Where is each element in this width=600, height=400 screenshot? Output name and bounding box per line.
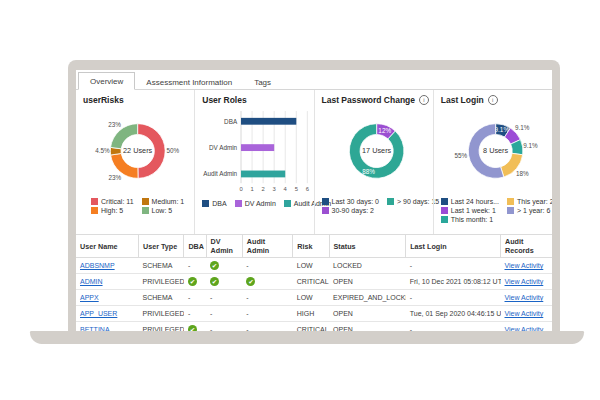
- x-axis-tick-label: 3: [273, 186, 276, 192]
- legend-label: Medium: 1: [152, 198, 185, 205]
- panel-user-risks: userRisks 50%23%4.5%23%22 Users Critical…: [76, 90, 194, 234]
- legend-item: 30-90 days: 2: [322, 207, 379, 214]
- legend-color-chip: [91, 198, 98, 205]
- legend-label: High: 5: [101, 207, 123, 214]
- check-icon: ✔: [188, 277, 197, 286]
- panel-last-password-change: Last Password Change 12%88%17 Users Last…: [314, 90, 433, 234]
- dba-cell: ✔: [184, 274, 206, 290]
- x-axis-tick-label: 1: [251, 186, 254, 192]
- bar-dv-admin: [241, 144, 274, 151]
- x-axis-tick-label: 6: [306, 186, 309, 192]
- risk-cell: LOW: [293, 290, 329, 306]
- audit-records-cell: View Activity: [501, 322, 553, 332]
- user-name-link[interactable]: ADMIN: [80, 278, 103, 285]
- x-axis-tick-label: 5: [295, 186, 298, 192]
- x-axis-tick-label: 4: [284, 186, 288, 192]
- user-type-cell: PRIVILEGED: [139, 274, 184, 290]
- risk-cell: HIGH: [293, 306, 329, 322]
- status-cell: LOCKED: [329, 258, 406, 274]
- last-login-legend: Last 24 hours...This year: 2Last 1 week:…: [441, 198, 550, 223]
- last-login-cell: -: [406, 258, 501, 274]
- last-password-change-donut-chart: 12%88%17 Users: [322, 106, 431, 196]
- legend-label: This month: 1: [451, 216, 493, 223]
- slice-percent-label: 23%: [108, 121, 121, 128]
- panel-user-roles: User Roles 0123456DBADV AdminAudit Admin…: [194, 90, 313, 234]
- table-row: APP_USERPRIVILEGED---HIGHOPENTue, 01 Sep…: [76, 306, 552, 322]
- check-icon: ✔: [210, 277, 219, 286]
- legend-label: Last 30 days: 0: [332, 198, 379, 205]
- slice-percent-label: 18%: [516, 170, 529, 177]
- legend-color-chip: [142, 207, 149, 214]
- table-header-row: User NameUser TypeDBADV AdminAudit Admin…: [76, 235, 552, 258]
- donut-center-label: 17 Users: [362, 146, 392, 155]
- y-axis-category-label: Audit Admin: [204, 170, 238, 177]
- view-activity-link[interactable]: View Activity: [505, 294, 544, 301]
- panel-title-user-risks: userRisks: [83, 95, 192, 105]
- last-login-cell: -: [406, 290, 501, 306]
- legend-item: DBA: [202, 200, 226, 207]
- risk-cell: LOW: [293, 258, 329, 274]
- slice-percent-label: 55%: [454, 152, 467, 159]
- dv-admin-cell: ✔: [206, 258, 242, 274]
- panel-title-text: User Roles: [202, 95, 246, 105]
- table-row: APPXSCHEMA---LOWEXPIRED_AND_LOCKED-View …: [76, 290, 552, 306]
- view-activity-link[interactable]: View Activity: [505, 278, 544, 285]
- dv-admin-cell: -: [206, 306, 242, 322]
- audit-records-cell: View Activity: [501, 306, 553, 322]
- panel-title-user-roles: User Roles: [202, 95, 311, 105]
- column-header-risk: Risk: [293, 235, 329, 258]
- dba-cell: ✔: [184, 322, 206, 332]
- panel-title-text: Last Login: [441, 95, 484, 105]
- info-icon[interactable]: [419, 95, 429, 105]
- view-activity-link[interactable]: View Activity: [505, 262, 544, 269]
- legend-label: Low: 5: [152, 207, 173, 214]
- legend-item: This month: 1: [441, 216, 499, 223]
- legend-item: Low: 5: [142, 207, 185, 214]
- legend-color-chip: [322, 198, 329, 205]
- legend-label: Critical: 11: [101, 198, 134, 205]
- slice-percent-label: 23%: [109, 174, 122, 181]
- legend-color-chip: [507, 207, 514, 214]
- table-row: BETTINAPRIVILEGED✔--CRITICALOPEN-View Ac…: [76, 322, 552, 332]
- user-name-link[interactable]: APPX: [80, 294, 99, 301]
- dashboard-screen: Overview Assessment Information Tags use…: [76, 70, 552, 331]
- user-name-cell: ADBSNMP: [76, 258, 139, 274]
- legend-color-chip: [387, 198, 394, 205]
- x-axis-tick-label: 2: [262, 186, 265, 192]
- tab-overview[interactable]: Overview: [78, 72, 135, 90]
- user-name-link[interactable]: APP_USER: [80, 310, 117, 317]
- table-row: ADMINPRIVILEGED✔✔✔CRITICALOPENFri, 10 De…: [76, 274, 552, 290]
- user-type-cell: SCHEMA: [139, 258, 184, 274]
- view-activity-link[interactable]: View Activity: [505, 310, 544, 317]
- panel-last-login: Last Login 9.1%9.1%9.1%18%55%8 Users Las…: [433, 90, 552, 234]
- user-roles-bar-chart: 0123456DBADV AdminAudit Admin: [202, 106, 311, 198]
- column-header-dv-admin: DV Admin: [206, 235, 242, 258]
- legend-label: 30-90 days: 2: [332, 207, 374, 214]
- user-name-link[interactable]: ADBSNMP: [80, 262, 115, 269]
- info-icon[interactable]: [488, 95, 498, 105]
- audit-admin-cell: -: [242, 306, 292, 322]
- legend-color-chip: [507, 198, 514, 205]
- legend-color-chip: [441, 198, 448, 205]
- user-name-cell: APP_USER: [76, 306, 139, 322]
- table-row: ADBSNMPSCHEMA-✔-LOWLOCKED-View Activity: [76, 258, 552, 274]
- legend-label: > 1 year: 6: [517, 207, 550, 214]
- user-name-cell: ADMIN: [76, 274, 139, 290]
- slice-percent-label: 4.5%: [95, 147, 110, 154]
- dv-admin-cell: -: [206, 322, 242, 332]
- user-risks-donut-chart: 50%23%4.5%23%22 Users: [83, 106, 192, 196]
- audit-admin-cell: -: [242, 322, 292, 332]
- panel-title-last-password-change: Last Password Change: [322, 95, 431, 105]
- column-header-user-type: User Type: [139, 235, 184, 258]
- legend-label: This year: 2: [517, 198, 552, 205]
- legend-color-chip: [235, 200, 242, 207]
- dba-cell: -: [184, 290, 206, 306]
- panel-title-text: Last Password Change: [322, 95, 416, 105]
- tab-tags[interactable]: Tags: [243, 74, 282, 90]
- legend-item: Last 1 week: 1: [441, 207, 499, 214]
- check-icon: ✔: [246, 277, 255, 286]
- tab-assessment-information[interactable]: Assessment Information: [135, 74, 243, 90]
- last-password-change-legend: Last 30 days: 0> 90 days: 1530-90 days: …: [322, 198, 431, 214]
- legend-item: DV Admin: [235, 200, 276, 207]
- user-type-cell: PRIVILEGED: [139, 306, 184, 322]
